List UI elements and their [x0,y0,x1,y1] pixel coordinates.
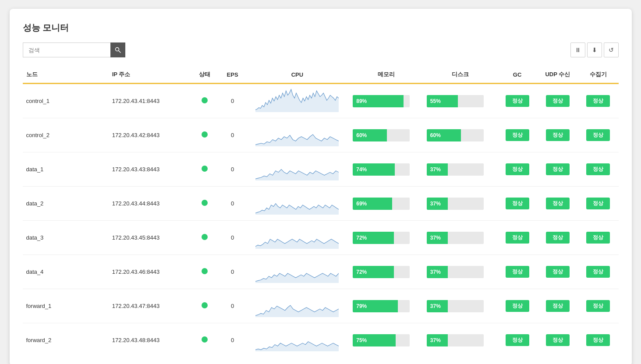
cell-memory: 72% [349,221,423,255]
disk-bar-wrap: 37% [427,198,484,210]
status-dot [202,268,208,274]
memory-bar-wrap: 72% [353,232,410,244]
refresh-button[interactable]: ↺ [604,42,619,57]
cell-udp: 정상 [538,187,578,221]
cell-gc: 정상 [497,187,537,221]
cell-memory: 89% [349,84,423,118]
gc-badge: 정상 [506,163,529,175]
memory-bar-wrap: 79% [353,300,410,312]
action-buttons: ⏸ ⬇ ↺ [570,42,619,57]
disk-bar-wrap: 37% [427,232,484,244]
gc-badge: 정상 [506,266,529,278]
cell-eps: 0 [220,152,245,187]
collector-badge: 정상 [586,95,610,107]
cell-disk: 55% [423,84,497,118]
memory-label: 72% [356,235,367,241]
status-dot [202,336,208,343]
disk-label: 37% [430,201,441,207]
cell-status [189,187,220,221]
cell-eps: 0 [220,289,245,323]
header-ip: IP 주소 [109,66,190,84]
table-wrapper: 노드 IP 주소 상태 EPS CPU 메모리 디스크 GC UDP 수신 수집… [23,66,619,357]
cell-ip: 172.20.43.47:8443 [109,289,190,323]
cell-node: forward_2 [23,323,109,357]
cell-status [189,84,220,118]
memory-label: 60% [356,132,367,138]
header-disk: 디스크 [423,66,497,84]
status-dot [202,200,208,206]
collector-badge: 정상 [586,129,610,141]
search-input[interactable] [23,42,110,57]
udp-badge: 정상 [546,266,570,278]
table-row: data_1 172.20.43.43:8443 0 74% 37% 정상 정상… [23,152,619,187]
cell-udp: 정상 [538,84,578,118]
cell-disk: 37% [423,255,497,289]
cell-node: control_2 [23,118,109,152]
status-dot [202,97,208,103]
memory-bar-wrap: 74% [353,163,410,176]
cell-udp: 정상 [538,289,578,323]
cell-gc: 정상 [497,221,537,255]
cell-collector: 정상 [578,323,618,357]
cell-udp: 정상 [538,255,578,289]
cell-memory: 74% [349,152,423,187]
header-eps: EPS [220,66,245,84]
collector-badge: 정상 [586,266,610,278]
main-container: 성능 모니터 ⏸ ⬇ ↺ 노드 IP 주소 상태 EPS [10,9,632,364]
cell-udp: 정상 [538,152,578,187]
cell-ip: 172.20.43.44:8443 [109,187,190,221]
table-row: control_2 172.20.43.42:8443 0 60% 60% 정상… [23,118,619,152]
collector-badge: 정상 [586,163,610,175]
cell-ip: 172.20.43.41:8443 [109,84,190,118]
disk-bar-wrap: 60% [427,129,484,141]
memory-bar-wrap: 60% [353,129,410,141]
cell-ip: 172.20.43.45:8443 [109,221,190,255]
table-row: data_3 172.20.43.45:8443 0 72% 37% 정상 정상… [23,221,619,255]
disk-label: 37% [430,303,441,309]
disk-bar-wrap: 37% [427,300,484,312]
cell-collector: 정상 [578,152,618,187]
cell-cpu [245,152,349,187]
status-dot [202,302,208,308]
gc-badge: 정상 [506,334,529,346]
header-node: 노드 [23,66,109,84]
cell-disk: 37% [423,323,497,357]
cell-node: data_4 [23,255,109,289]
cell-eps: 0 [220,323,245,357]
cell-gc: 정상 [497,118,537,152]
cell-node: control_1 [23,84,109,118]
header-collector: 수집기 [578,66,618,84]
cell-cpu [245,84,349,118]
disk-bar-wrap: 37% [427,163,484,176]
disk-label: 37% [430,235,441,241]
gc-badge: 정상 [506,198,529,209]
cell-gc: 정상 [497,323,537,357]
memory-label: 72% [356,269,367,275]
collector-badge: 정상 [586,334,610,346]
status-dot [202,234,208,240]
table-row: control_1 172.20.43.41:8443 0 89% 55% 정상… [23,84,619,118]
download-button[interactable]: ⬇ [587,42,602,57]
gc-badge: 정상 [506,95,529,107]
cell-eps: 0 [220,84,245,118]
gc-badge: 정상 [506,232,529,244]
disk-bar-wrap: 55% [427,95,484,107]
header-memory: 메모리 [349,66,423,84]
cell-cpu [245,255,349,289]
cell-status [189,118,220,152]
udp-badge: 정상 [546,163,570,175]
cell-memory: 75% [349,323,423,357]
memory-label: 75% [356,337,367,343]
cell-status [189,221,220,255]
cell-node: data_1 [23,152,109,187]
cell-status [189,289,220,323]
search-button[interactable] [110,42,125,57]
cell-udp: 정상 [538,323,578,357]
cell-eps: 0 [220,221,245,255]
search-icon [115,47,121,53]
cell-status [189,255,220,289]
cell-memory: 69% [349,187,423,221]
disk-label: 37% [430,337,441,343]
pause-button[interactable]: ⏸ [570,42,585,57]
gc-badge: 정상 [506,129,529,141]
